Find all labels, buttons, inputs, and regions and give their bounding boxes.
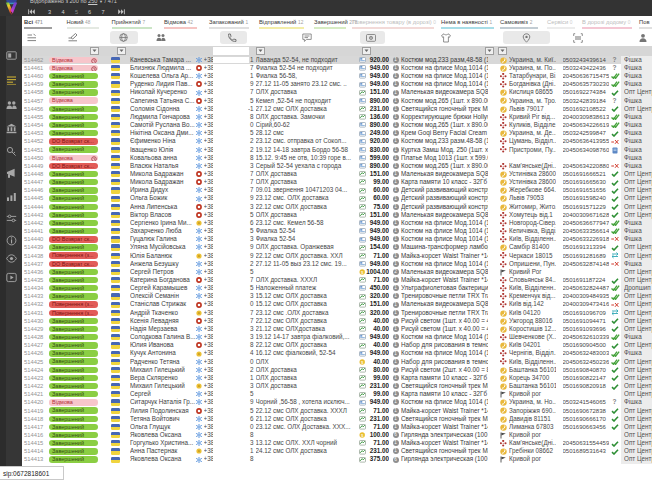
svg-text:c: c — [198, 221, 200, 225]
svg-text:c: c — [198, 385, 200, 389]
svg-text:c: c — [198, 254, 200, 258]
svg-text:c: c — [198, 450, 200, 454]
svg-text:c: c — [198, 352, 200, 356]
svg-text:c: c — [198, 311, 200, 315]
